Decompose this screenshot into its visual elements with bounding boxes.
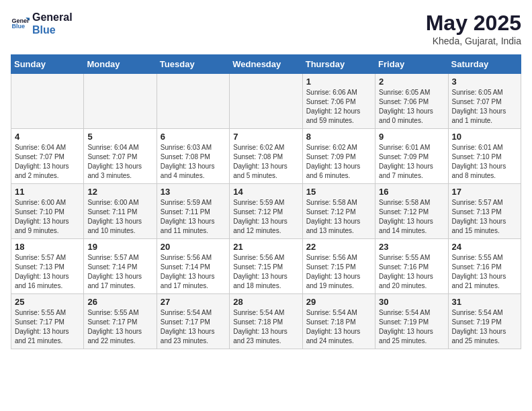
- calendar-cell: 27Sunrise: 5:54 AM Sunset: 7:17 PM Dayli…: [157, 294, 229, 349]
- day-number: 4: [15, 132, 80, 142]
- calendar-cell: 12Sunrise: 6:00 AM Sunset: 7:11 PM Dayli…: [84, 184, 157, 239]
- title-area: May 2025 Kheda, Gujarat, India: [426, 11, 521, 46]
- day-number: 9: [379, 132, 444, 142]
- svg-text:Blue: Blue: [11, 23, 25, 30]
- day-info: Sunrise: 6:04 AM Sunset: 7:07 PM Dayligh…: [15, 143, 80, 181]
- calendar-cell: 30Sunrise: 5:54 AM Sunset: 7:19 PM Dayli…: [375, 294, 448, 349]
- calendar-cell: [230, 74, 302, 129]
- week-row-4: 18Sunrise: 5:57 AM Sunset: 7:13 PM Dayli…: [11, 239, 521, 294]
- calendar-cell: 18Sunrise: 5:57 AM Sunset: 7:13 PM Dayli…: [11, 239, 84, 294]
- day-info: Sunrise: 5:57 AM Sunset: 7:13 PM Dayligh…: [452, 198, 517, 236]
- week-row-5: 25Sunrise: 5:55 AM Sunset: 7:17 PM Dayli…: [11, 294, 521, 349]
- month-title: May 2025: [426, 11, 521, 36]
- calendar-cell: 3Sunrise: 6:05 AM Sunset: 7:07 PM Daylig…: [448, 74, 521, 129]
- logo-icon: General Blue: [11, 14, 30, 33]
- calendar-cell: 2Sunrise: 6:05 AM Sunset: 7:06 PM Daylig…: [375, 74, 448, 129]
- day-info: Sunrise: 6:01 AM Sunset: 7:09 PM Dayligh…: [379, 143, 444, 181]
- week-row-3: 11Sunrise: 6:00 AM Sunset: 7:10 PM Dayli…: [11, 184, 521, 239]
- day-info: Sunrise: 5:55 AM Sunset: 7:16 PM Dayligh…: [452, 253, 517, 291]
- weekday-header-saturday: Saturday: [448, 55, 521, 74]
- day-number: 7: [233, 132, 298, 142]
- day-number: 13: [161, 187, 226, 197]
- day-number: 8: [306, 132, 371, 142]
- day-number: 19: [87, 242, 152, 252]
- day-info: Sunrise: 5:56 AM Sunset: 7:14 PM Dayligh…: [161, 253, 226, 291]
- day-info: Sunrise: 6:00 AM Sunset: 7:11 PM Dayligh…: [87, 198, 152, 236]
- day-info: Sunrise: 6:06 AM Sunset: 7:06 PM Dayligh…: [306, 88, 371, 126]
- calendar-cell: 31Sunrise: 5:54 AM Sunset: 7:19 PM Dayli…: [448, 294, 521, 349]
- calendar-cell: [84, 74, 157, 129]
- day-info: Sunrise: 5:59 AM Sunset: 7:11 PM Dayligh…: [161, 198, 226, 236]
- weekday-header-thursday: Thursday: [302, 55, 375, 74]
- day-info: Sunrise: 5:59 AM Sunset: 7:12 PM Dayligh…: [233, 198, 298, 236]
- day-number: 15: [306, 187, 371, 197]
- calendar-cell: 23Sunrise: 5:55 AM Sunset: 7:16 PM Dayli…: [375, 239, 448, 294]
- weekday-header-friday: Friday: [375, 55, 448, 74]
- weekday-header-sunday: Sunday: [11, 55, 84, 74]
- week-row-1: 1Sunrise: 6:06 AM Sunset: 7:06 PM Daylig…: [11, 74, 521, 129]
- calendar-cell: 19Sunrise: 5:57 AM Sunset: 7:14 PM Dayli…: [84, 239, 157, 294]
- day-info: Sunrise: 6:05 AM Sunset: 7:07 PM Dayligh…: [452, 88, 517, 126]
- day-info: Sunrise: 6:04 AM Sunset: 7:07 PM Dayligh…: [87, 143, 152, 181]
- calendar-table: SundayMondayTuesdayWednesdayThursdayFrid…: [11, 54, 521, 349]
- day-info: Sunrise: 5:54 AM Sunset: 7:18 PM Dayligh…: [306, 308, 371, 346]
- day-info: Sunrise: 6:00 AM Sunset: 7:10 PM Dayligh…: [15, 198, 80, 236]
- day-number: 3: [452, 77, 517, 87]
- day-info: Sunrise: 5:56 AM Sunset: 7:15 PM Dayligh…: [233, 253, 298, 291]
- calendar-cell: 20Sunrise: 5:56 AM Sunset: 7:14 PM Dayli…: [157, 239, 229, 294]
- weekday-header-row: SundayMondayTuesdayWednesdayThursdayFrid…: [11, 55, 521, 74]
- day-info: Sunrise: 6:02 AM Sunset: 7:09 PM Dayligh…: [306, 143, 371, 181]
- calendar-cell: 6Sunrise: 6:03 AM Sunset: 7:08 PM Daylig…: [157, 129, 229, 184]
- day-info: Sunrise: 5:54 AM Sunset: 7:17 PM Dayligh…: [161, 308, 226, 346]
- week-row-2: 4Sunrise: 6:04 AM Sunset: 7:07 PM Daylig…: [11, 129, 521, 184]
- day-number: 28: [233, 297, 298, 307]
- day-info: Sunrise: 5:58 AM Sunset: 7:12 PM Dayligh…: [379, 198, 444, 236]
- day-number: 14: [233, 187, 298, 197]
- day-number: 24: [452, 242, 517, 252]
- day-number: 29: [306, 297, 371, 307]
- day-info: Sunrise: 5:55 AM Sunset: 7:17 PM Dayligh…: [15, 308, 80, 346]
- day-number: 1: [306, 77, 371, 87]
- day-info: Sunrise: 5:56 AM Sunset: 7:15 PM Dayligh…: [306, 253, 371, 291]
- calendar-cell: 26Sunrise: 5:55 AM Sunset: 7:17 PM Dayli…: [84, 294, 157, 349]
- calendar-cell: 9Sunrise: 6:01 AM Sunset: 7:09 PM Daylig…: [375, 129, 448, 184]
- day-number: 25: [15, 297, 80, 307]
- logo: General Blue General Blue: [11, 11, 73, 36]
- day-number: 21: [233, 242, 298, 252]
- day-number: 2: [379, 77, 444, 87]
- logo-blue: Blue: [32, 24, 73, 36]
- calendar-cell: 21Sunrise: 5:56 AM Sunset: 7:15 PM Dayli…: [230, 239, 302, 294]
- day-info: Sunrise: 5:54 AM Sunset: 7:19 PM Dayligh…: [452, 308, 517, 346]
- day-number: 26: [87, 297, 152, 307]
- calendar-cell: 10Sunrise: 6:01 AM Sunset: 7:10 PM Dayli…: [448, 129, 521, 184]
- calendar-cell: 11Sunrise: 6:00 AM Sunset: 7:10 PM Dayli…: [11, 184, 84, 239]
- day-number: 31: [452, 297, 517, 307]
- calendar-cell: 28Sunrise: 5:54 AM Sunset: 7:18 PM Dayli…: [230, 294, 302, 349]
- day-number: 17: [452, 187, 517, 197]
- calendar-cell: 22Sunrise: 5:56 AM Sunset: 7:15 PM Dayli…: [302, 239, 375, 294]
- calendar-cell: 1Sunrise: 6:06 AM Sunset: 7:06 PM Daylig…: [302, 74, 375, 129]
- calendar-cell: 25Sunrise: 5:55 AM Sunset: 7:17 PM Dayli…: [11, 294, 84, 349]
- day-info: Sunrise: 5:57 AM Sunset: 7:13 PM Dayligh…: [15, 253, 80, 291]
- calendar-cell: [157, 74, 229, 129]
- location: Kheda, Gujarat, India: [426, 36, 521, 46]
- calendar-cell: 5Sunrise: 6:04 AM Sunset: 7:07 PM Daylig…: [84, 129, 157, 184]
- calendar-cell: 4Sunrise: 6:04 AM Sunset: 7:07 PM Daylig…: [11, 129, 84, 184]
- day-info: Sunrise: 5:55 AM Sunset: 7:16 PM Dayligh…: [379, 253, 444, 291]
- day-info: Sunrise: 5:55 AM Sunset: 7:17 PM Dayligh…: [87, 308, 152, 346]
- day-info: Sunrise: 6:05 AM Sunset: 7:06 PM Dayligh…: [379, 88, 444, 126]
- day-info: Sunrise: 6:03 AM Sunset: 7:08 PM Dayligh…: [161, 143, 226, 181]
- calendar-cell: 16Sunrise: 5:58 AM Sunset: 7:12 PM Dayli…: [375, 184, 448, 239]
- calendar-cell: 7Sunrise: 6:02 AM Sunset: 7:08 PM Daylig…: [230, 129, 302, 184]
- day-number: 6: [161, 132, 226, 142]
- day-number: 27: [161, 297, 226, 307]
- day-number: 11: [15, 187, 80, 197]
- logo-general: General: [32, 11, 73, 24]
- day-number: 20: [161, 242, 226, 252]
- day-number: 30: [379, 297, 444, 307]
- day-number: 5: [87, 132, 152, 142]
- day-number: 16: [379, 187, 444, 197]
- day-info: Sunrise: 5:57 AM Sunset: 7:14 PM Dayligh…: [87, 253, 152, 291]
- weekday-header-monday: Monday: [84, 55, 157, 74]
- header: General Blue General Blue May 2025 Kheda…: [11, 11, 521, 46]
